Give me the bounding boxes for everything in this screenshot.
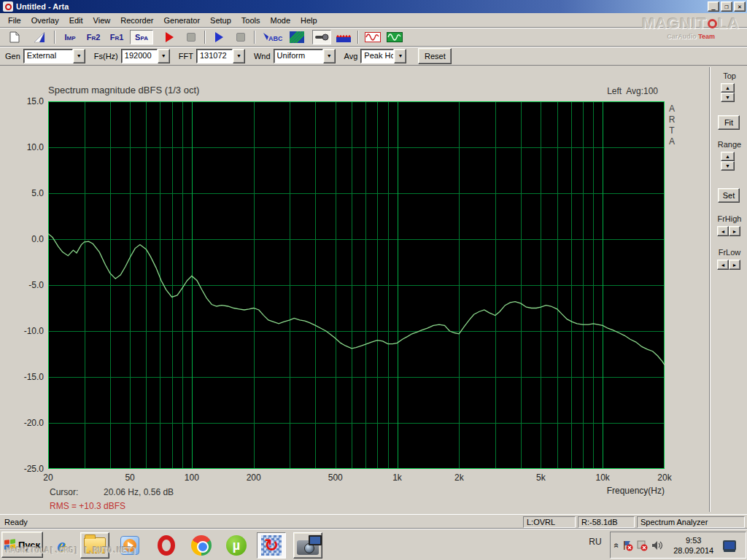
menu-item-tools[interactable]: Tools — [236, 15, 266, 26]
fr1-mode-button[interactable]: Fr1 — [107, 30, 127, 44]
top-up-button[interactable]: ▲ — [721, 83, 735, 93]
frlow-left-button[interactable]: ◄ — [717, 260, 729, 270]
x-tick-label: 20k — [656, 472, 673, 483]
frlow-right-button[interactable]: ► — [729, 260, 740, 270]
windows-logo-icon — [4, 539, 16, 551]
tray-clock[interactable]: 9:53 28.09.2014 — [667, 535, 720, 556]
taskbar-app-screen-capture[interactable] — [293, 532, 322, 559]
spectrum-plot[interactable] — [48, 101, 665, 469]
opera-icon — [158, 535, 175, 556]
menu-item-mode[interactable]: Mode — [265, 15, 295, 26]
frhigh-left-button[interactable]: ◄ — [717, 226, 729, 236]
utorrent-icon: µ — [226, 535, 247, 556]
mode-readout: Spectrum Analyzer — [637, 516, 745, 528]
red-blue-wave-icon — [336, 32, 351, 42]
microphone-plug-icon — [314, 33, 329, 42]
range-up-button[interactable]: ▲ — [721, 152, 735, 161]
status-bar: Ready L:OVRL R:-58.1dB Spectrum Analyzer — [0, 514, 747, 529]
overlay-button[interactable] — [31, 30, 48, 44]
menu-bar: FileOverlayEditViewRecorderGeneratorSetu… — [0, 13, 747, 28]
menu-item-help[interactable]: Help — [295, 15, 322, 26]
spectrum-curve-left — [48, 233, 665, 365]
menu-item-view[interactable]: View — [88, 15, 116, 26]
taskbar-app-internet-explorer[interactable]: e — [47, 532, 76, 559]
panel-separator — [709, 67, 711, 512]
folder-icon — [84, 537, 106, 553]
right-level-readout: R:-58.1dB — [578, 516, 635, 528]
frhigh-spinner: ◄ ► — [717, 226, 740, 236]
dropdown-arrow-icon[interactable]: ▼ — [323, 49, 336, 63]
security-alert-icon[interactable] — [622, 540, 634, 551]
menu-item-edit[interactable]: Edit — [64, 15, 88, 26]
taskbar-app-utorrent[interactable]: µ — [222, 532, 251, 559]
menu-item-file[interactable]: File — [3, 15, 26, 26]
x-tick-label: 10k — [594, 472, 611, 483]
left-level-readout: L:OVRL — [523, 516, 576, 528]
top-down-button[interactable]: ▼ — [721, 93, 735, 102]
taskbar-app-opera[interactable] — [152, 532, 181, 559]
range-down-button[interactable]: ▼ — [721, 161, 735, 171]
wnd-label: Wnd — [254, 52, 271, 61]
record-button[interactable] — [160, 30, 178, 44]
color-setup-button[interactable] — [287, 30, 306, 44]
minimize-button[interactable]: _ — [708, 1, 719, 12]
menu-item-generator[interactable]: Generator — [159, 15, 206, 26]
new-document-icon — [9, 31, 20, 43]
update-disabled-icon[interactable] — [637, 540, 649, 551]
volume-icon[interactable] — [651, 540, 663, 551]
dropdown-arrow-icon[interactable]: ▼ — [394, 49, 406, 63]
generator-stop-button[interactable] — [232, 30, 249, 44]
dropdown-arrow-icon[interactable]: ▼ — [158, 49, 170, 63]
gen-value: External — [23, 49, 73, 63]
fit-button[interactable]: Fit — [718, 115, 740, 130]
spectrum-scaling-button[interactable] — [334, 30, 353, 44]
record-stop-button[interactable] — [182, 30, 200, 44]
dropdown-arrow-icon[interactable]: ▼ — [233, 49, 245, 63]
imp-mode-button[interactable]: Imp — [60, 30, 80, 44]
fft-select[interactable]: 131072 ▼ — [196, 49, 245, 63]
x-tick-label: 5k — [532, 472, 549, 483]
toolbar-settings: Gen External ▼ Fs(Hz) 192000 ▼ FFT 13107… — [0, 47, 747, 66]
fs-label: Fs(Hz) — [94, 52, 118, 61]
avg-select[interactable]: Peak Hol ▼ — [360, 49, 406, 63]
spa-mode-button[interactable]: Spa — [130, 30, 153, 44]
app-icon — [3, 1, 13, 12]
set-button[interactable]: Set — [718, 188, 740, 203]
menu-item-overlay[interactable]: Overlay — [26, 15, 64, 26]
dropdown-arrow-icon[interactable]: ▼ — [73, 49, 85, 63]
gen-select[interactable]: External ▼ — [23, 49, 85, 63]
menu-item-recorder[interactable]: Recorder — [115, 15, 158, 26]
menu-item-setup[interactable]: Setup — [205, 15, 236, 26]
language-indicator[interactable]: RU — [587, 537, 604, 547]
show-desktop-icon[interactable] — [723, 540, 736, 551]
fs-select[interactable]: 192000 ▼ — [121, 49, 170, 63]
cursor-readout-button[interactable]: ABC — [260, 30, 285, 44]
generator-start-button[interactable] — [210, 30, 228, 44]
restore-button[interactable]: ❐ — [721, 1, 732, 12]
taskbar-app-file-explorer[interactable] — [80, 532, 109, 559]
reset-button[interactable]: Reset — [418, 48, 452, 64]
fr2-mode-button[interactable]: Fr2 — [83, 30, 104, 44]
generator-setup-button[interactable] — [385, 30, 404, 44]
mic-input-button[interactable] — [312, 30, 331, 44]
tray-date: 28.09.2014 — [667, 545, 720, 556]
media-player-icon — [120, 536, 139, 555]
tray-chevron-icon[interactable]: « — [611, 542, 622, 548]
taskbar-app-chrome[interactable] — [187, 532, 216, 559]
arta-vertical-logo: A R T A — [667, 104, 677, 147]
taskbar-app-media-player[interactable] — [115, 532, 144, 559]
start-button[interactable]: Пуск — [1, 532, 43, 558]
client-area: Spectrum magnitude dBFS (1/3 oct) Left A… — [0, 66, 747, 514]
wnd-select[interactable]: Uniform ▼ — [274, 49, 336, 63]
toolbar-separator — [54, 31, 55, 44]
signal-generator-button[interactable] — [363, 30, 382, 44]
toolbar-separator — [204, 31, 206, 44]
x-tick-label: 1k — [389, 472, 406, 483]
status-message: Ready — [0, 518, 523, 526]
frhigh-right-button[interactable]: ► — [729, 226, 740, 236]
channel-average-readout: Left Avg:100 — [607, 86, 658, 96]
new-file-button[interactable] — [6, 30, 23, 44]
close-button[interactable]: ✕ — [734, 1, 746, 12]
taskbar-app-arta-active[interactable]: ↻ — [257, 532, 286, 559]
toolbar-separator — [357, 31, 359, 44]
